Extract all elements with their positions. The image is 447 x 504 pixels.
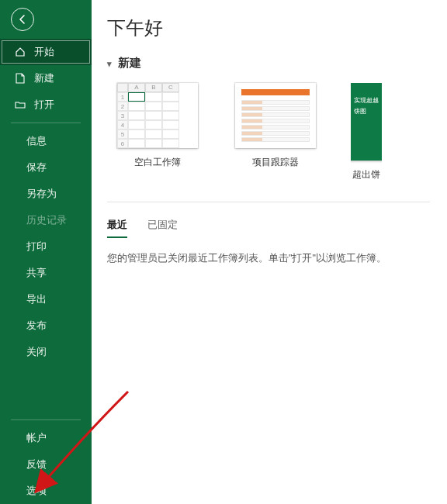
sidebar-item-history: 历史记录 [0, 207, 92, 233]
sidebar-item-label: 关闭 [26, 345, 47, 359]
home-icon [14, 47, 26, 57]
main-content: 下午好 ▾ 新建 ABC 1 2 3 4 5 6 空白工作簿 [92, 0, 447, 504]
sidebar-item-publish[interactable]: 发布 [0, 312, 92, 339]
sidebar-item-info[interactable]: 信息 [0, 128, 92, 154]
back-button[interactable] [0, 0, 92, 39]
sidebar-item-account[interactable]: 帐户 [0, 425, 92, 451]
template-label: 空白工作簿 [134, 156, 181, 169]
sidebar-item-print[interactable]: 打印 [0, 233, 92, 260]
sidebar-item-label: 导出 [26, 292, 47, 306]
separator [11, 419, 81, 420]
sidebar-item-export[interactable]: 导出 [0, 286, 92, 312]
sidebar-item-label: 信息 [26, 134, 47, 148]
sidebar-item-label: 打印 [26, 240, 47, 254]
template-blank-workbook[interactable]: ABC 1 2 3 4 5 6 空白工作簿 [115, 83, 200, 169]
new-section-header[interactable]: ▾ 新建 [107, 56, 447, 71]
sidebar: 开始 新建 打开 信息 保存 另存为 历史记录 打印 共享 导出 发布 关闭 帐… [0, 0, 92, 504]
sidebar-item-new[interactable]: 新建 [0, 65, 92, 91]
sidebar-item-label: 另存为 [26, 187, 57, 201]
folder-open-icon [14, 100, 26, 109]
sidebar-item-label: 发布 [26, 319, 47, 333]
sidebar-item-save-as[interactable]: 另存为 [0, 181, 92, 207]
chevron-down-icon: ▾ [107, 59, 112, 69]
sidebar-item-home[interactable]: 开始 [0, 39, 92, 65]
greeting-title: 下午好 [107, 16, 447, 40]
section-label: 新建 [118, 56, 141, 71]
sidebar-item-label: 新建 [34, 71, 54, 85]
template-thumbnail: ABC 1 2 3 4 5 6 [117, 83, 198, 148]
sidebar-item-options[interactable]: 选项 [0, 478, 92, 504]
template-label: 项目跟踪器 [252, 156, 299, 169]
divider [107, 202, 430, 202]
sidebar-item-feedback[interactable]: 反馈 [0, 451, 92, 478]
recent-tabs: 最近 已固定 [107, 218, 447, 238]
sidebar-item-label: 反馈 [26, 457, 47, 471]
sidebar-item-label: 打开 [34, 98, 54, 112]
sidebar-item-label: 保存 [26, 161, 47, 174]
template-pie-chart[interactable]: 实现超越 饼图 超出饼 [351, 83, 382, 181]
sidebar-item-label: 共享 [26, 266, 47, 280]
sidebar-item-share[interactable]: 共享 [0, 260, 92, 286]
template-thumbnail: 实现超越 饼图 [351, 83, 382, 161]
sidebar-item-label: 开始 [34, 45, 54, 59]
sidebar-item-close[interactable]: 关闭 [0, 339, 92, 365]
tab-pinned[interactable]: 已固定 [147, 218, 178, 238]
recent-empty-message: 您的管理员已关闭最近工作簿列表。单击"打开"以浏览工作簿。 [107, 252, 447, 265]
template-thumbnail [235, 83, 316, 148]
separator [11, 123, 81, 123]
tab-recent[interactable]: 最近 [107, 218, 127, 238]
template-project-tracker[interactable]: 项目跟踪器 [233, 83, 318, 169]
back-arrow-icon [11, 8, 34, 31]
sidebar-item-label: 帐户 [26, 431, 47, 445]
sidebar-item-label: 历史记录 [26, 213, 67, 227]
sidebar-item-open[interactable]: 打开 [0, 91, 92, 118]
template-list: ABC 1 2 3 4 5 6 空白工作簿 项目跟踪器 [115, 83, 447, 181]
file-new-icon [14, 73, 26, 84]
sidebar-item-save[interactable]: 保存 [0, 154, 92, 181]
template-label: 超出饼 [352, 168, 380, 181]
sidebar-item-label: 选项 [26, 484, 47, 498]
